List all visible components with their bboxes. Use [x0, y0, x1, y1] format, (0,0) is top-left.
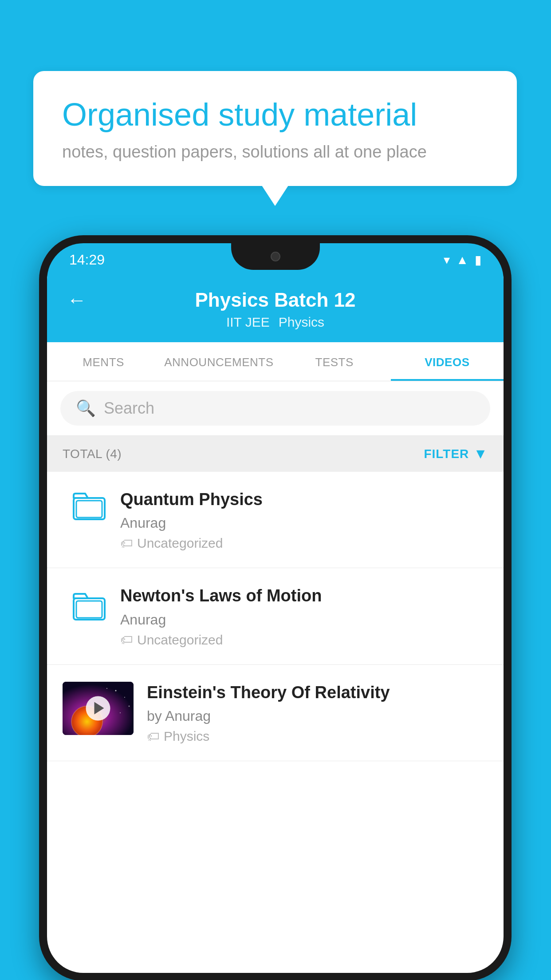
- status-time: 14:29: [69, 252, 105, 268]
- play-triangle-icon: [94, 702, 104, 715]
- header-top: ← Physics Batch 12: [67, 289, 484, 311]
- video-list: Quantum Physics Anurag 🏷 Uncategorized: [47, 472, 504, 761]
- filter-bar: TOTAL (4) FILTER ▼: [47, 436, 504, 472]
- filter-icon: ▼: [473, 446, 488, 462]
- app-header: ← Physics Batch 12 IIT JEE Physics: [47, 277, 504, 342]
- page-title: Physics Batch 12: [195, 289, 356, 311]
- video-author: Anurag: [120, 612, 488, 628]
- svg-point-7: [115, 690, 117, 691]
- phone-container: 14:29 ▾ ▲ ▮ ← Physics Batch 12: [39, 235, 512, 980]
- front-camera: [271, 252, 280, 261]
- search-bar[interactable]: 🔍 Search: [60, 391, 490, 426]
- speech-bubble-container: Organised study material notes, question…: [33, 71, 517, 186]
- phone-screen: 14:29 ▾ ▲ ▮ ← Physics Batch 12: [47, 243, 504, 973]
- header-subtitle: IIT JEE Physics: [226, 315, 324, 330]
- screen-content: ← Physics Batch 12 IIT JEE Physics MENTS…: [47, 277, 504, 973]
- signal-icon: ▲: [456, 253, 468, 267]
- tag-icon: 🏷: [120, 536, 133, 551]
- svg-point-8: [124, 697, 125, 698]
- video-thumbnail: [63, 682, 134, 735]
- video-author: by Anurag: [147, 708, 488, 724]
- video-info: Newton's Laws of Motion Anurag 🏷 Uncateg…: [120, 585, 488, 647]
- tag-icon: 🏷: [120, 632, 133, 647]
- battery-icon: ▮: [475, 253, 481, 267]
- svg-rect-3: [76, 601, 102, 618]
- video-info: Quantum Physics Anurag 🏷 Uncategorized: [120, 489, 488, 551]
- tab-announcements[interactable]: ANNOUNCEMENTS: [160, 342, 278, 381]
- video-tag: Uncategorized: [137, 632, 223, 648]
- list-item[interactable]: Newton's Laws of Motion Anurag 🏷 Uncateg…: [47, 568, 504, 664]
- phone-frame: 14:29 ▾ ▲ ▮ ← Physics Batch 12: [39, 235, 512, 980]
- search-icon: 🔍: [76, 399, 96, 418]
- video-tag-row: 🏷 Physics: [147, 729, 488, 744]
- bubble-subtitle: notes, question papers, solutions all at…: [62, 142, 488, 162]
- tab-tests[interactable]: TESTS: [278, 342, 391, 381]
- video-title: Newton's Laws of Motion: [120, 585, 488, 607]
- status-bar: 14:29 ▾ ▲ ▮: [47, 243, 504, 277]
- video-author: Anurag: [120, 515, 488, 531]
- svg-point-10: [129, 705, 130, 707]
- svg-point-9: [106, 688, 107, 689]
- folder-icon: [71, 489, 107, 529]
- video-title: Quantum Physics: [120, 489, 488, 510]
- video-tag: Physics: [164, 729, 209, 744]
- filter-label: FILTER: [424, 447, 469, 461]
- tag-icon: 🏷: [147, 729, 159, 744]
- bubble-title: Organised study material: [62, 95, 488, 134]
- back-button[interactable]: ←: [67, 289, 87, 311]
- header-tag-physics: Physics: [279, 315, 324, 330]
- play-button[interactable]: [86, 696, 110, 720]
- thumbnail-image: [63, 682, 134, 735]
- tabs-bar: MENTS ANNOUNCEMENTS TESTS VIDEOS: [47, 342, 504, 381]
- video-info: Einstein's Theory Of Relativity by Anura…: [147, 682, 488, 744]
- speech-bubble: Organised study material notes, question…: [33, 71, 517, 186]
- notch: [231, 243, 320, 270]
- list-item[interactable]: Einstein's Theory Of Relativity by Anura…: [47, 665, 504, 761]
- video-tag-row: 🏷 Uncategorized: [120, 632, 488, 648]
- search-container: 🔍 Search: [47, 381, 504, 436]
- svg-rect-1: [76, 501, 102, 518]
- filter-button[interactable]: FILTER ▼: [424, 446, 488, 462]
- search-input[interactable]: Search: [104, 399, 154, 418]
- svg-point-11: [120, 712, 121, 713]
- video-tag: Uncategorized: [137, 536, 223, 551]
- header-tag-iitjee: IIT JEE: [226, 315, 270, 330]
- wifi-icon: ▾: [444, 253, 450, 267]
- total-count: TOTAL (4): [63, 447, 122, 461]
- tab-videos[interactable]: VIDEOS: [391, 342, 504, 381]
- video-tag-row: 🏷 Uncategorized: [120, 536, 488, 551]
- video-title: Einstein's Theory Of Relativity: [147, 682, 488, 703]
- tab-ments[interactable]: MENTS: [47, 342, 160, 381]
- folder-icon: [71, 585, 107, 625]
- status-icons: ▾ ▲ ▮: [444, 253, 481, 267]
- list-item[interactable]: Quantum Physics Anurag 🏷 Uncategorized: [47, 472, 504, 568]
